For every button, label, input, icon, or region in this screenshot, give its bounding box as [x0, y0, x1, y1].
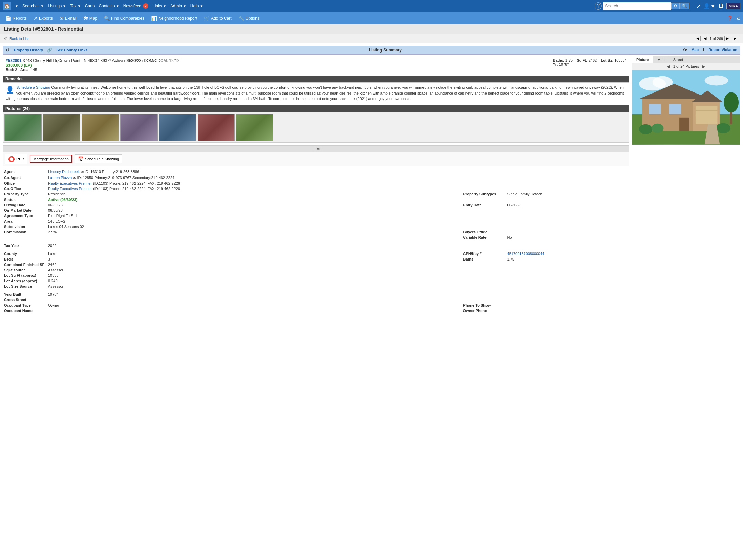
nav-carts[interactable]: Carts [85, 4, 95, 8]
property-subtypes-label-cell: Property Subtypes [462, 191, 506, 197]
tab-map[interactable]: Map [653, 56, 669, 63]
agent-name-link[interactable]: Lindsey Ditchcreek [48, 170, 80, 174]
agreement-row: Agreement Type Excl Right To Sell [3, 213, 629, 219]
find-comparables-button[interactable]: 🔍 Find Comparables [101, 15, 147, 22]
details-table: Agent Lindsey Ditchcreek ✉ ID: 16310 Pri… [3, 169, 629, 313]
pager-label: 1 of 269 [709, 37, 723, 41]
photo-nav: ◀ 1 of 24 Pictures ▶ [632, 63, 740, 70]
map-link[interactable]: Map [691, 48, 699, 53]
occupant-type-label-cell: Occupant Type [3, 303, 47, 308]
cooffice-row: Co-Office Realty Executives Premier (ID:… [3, 186, 629, 191]
email-button[interactable]: ✉ E-mail [57, 15, 79, 22]
county-value: Lake [47, 251, 462, 256]
see-county-links[interactable]: See County Links [56, 48, 87, 52]
picture-thumb-3[interactable] [82, 114, 119, 141]
agreement-label-cell: Agreement Type [3, 213, 47, 219]
print-icon[interactable]: 🖨 [736, 16, 740, 21]
county-label-cell: County [3, 251, 47, 256]
remarks-header: Remarks [3, 76, 629, 82]
nav-contacts[interactable]: Contacts▼ [99, 4, 119, 8]
home-icon[interactable]: 🏠 [3, 2, 11, 10]
back-to-list-link[interactable]: Back to List [9, 37, 29, 41]
nav-admin[interactable]: Admin▼ [170, 4, 186, 8]
links-section: Links ⭕ RPR Mortgage Information 📅 Sched… [3, 145, 629, 166]
onmarket-label-cell: On Market Date [3, 208, 47, 213]
variable-rate-value: No [506, 235, 629, 240]
user-icon[interactable]: 👤▼ [703, 3, 716, 9]
picture-thumb-5[interactable] [159, 114, 196, 141]
right-links: 🗺 Map ℹ Report Violation [683, 48, 737, 53]
exports-button[interactable]: ↗ Exports [31, 15, 56, 22]
photo-tabs: Picture Map Street [632, 56, 740, 63]
external-link-icon[interactable]: ↗ [696, 3, 701, 9]
yr-label: Yr: [553, 62, 558, 66]
schedule-showing-link-remarks[interactable]: Schedule a Showing [16, 85, 50, 89]
pager: |◀ ◀ 1 of 269 ▶ ▶| [694, 36, 739, 41]
agent-email-icon[interactable]: ✉ [81, 170, 84, 174]
nav-tax[interactable]: Tax▼ [70, 4, 81, 8]
nav-listings[interactable]: Listings▼ [48, 4, 66, 8]
reports-button[interactable]: 📄 Reports [3, 15, 29, 22]
mortgage-information-button[interactable]: Mortgage Information [30, 155, 72, 163]
svg-point-18 [716, 123, 730, 133]
pager-last-button[interactable]: ▶| [732, 36, 739, 41]
picture-thumb-2[interactable] [43, 114, 80, 141]
options-button[interactable]: 🔧 Options [236, 15, 262, 22]
map-icon-bar: 🗺 [683, 48, 687, 53]
property-history-link[interactable]: Property History [14, 48, 43, 52]
schedule-showing-button[interactable]: 📅 Schedule a Showing [75, 154, 122, 163]
cooffice-name-link[interactable]: Realty Executives Premier [48, 187, 92, 191]
dropdown-arrow-home[interactable]: ▼ [15, 4, 18, 8]
pager-first-button[interactable]: |◀ [694, 36, 701, 41]
tax-year-row: Tax Year 2022 [3, 243, 629, 248]
cooffice-value: Realty Executives Premier (ID:1103) Phon… [47, 186, 462, 191]
photo-next-button[interactable]: ▶ [702, 64, 705, 69]
picture-thumb-4[interactable] [120, 114, 158, 141]
pager-prev-button[interactable]: ◀ [702, 36, 708, 41]
listing-id-link[interactable]: #532801 [6, 58, 22, 63]
neighborhood-report-button[interactable]: 📊 Neighborhood Report [148, 15, 200, 22]
remarks-avatar: 👤 [6, 85, 14, 95]
picture-thumb-1[interactable] [4, 114, 42, 141]
search-input[interactable] [603, 2, 671, 10]
apn-link[interactable]: 451709157008000044 [507, 252, 544, 256]
tab-picture[interactable]: Picture [632, 56, 653, 63]
content-grid: #532801 3748 Cherry Hill Dr,Crown Point,… [3, 56, 740, 313]
right-icons: ↗ 👤▼ ⏻ NIRA [696, 3, 740, 9]
office-phone: Phone: 219-462-2224, FAX: 219-462-2226 [109, 181, 180, 185]
picture-thumb-6[interactable] [198, 114, 235, 141]
listing-date-label-cell: Listing Date [3, 202, 47, 208]
occupant-name-row: Occupant Name Owner Phone [3, 308, 629, 313]
year-built-value: 1978* [47, 292, 462, 297]
add-to-cart-button[interactable]: 🛒 Add to Cart [201, 15, 234, 22]
lotsz-label: Lot Sz: [601, 58, 613, 62]
listing-date-row: Listing Date 06/30/23 Entry Date 06/30/2… [3, 202, 629, 208]
nira-badge: NIRA [726, 3, 740, 9]
buyers-office-label-cell: Buyers Office [462, 229, 506, 235]
report-violation-link[interactable]: Report Violation [708, 48, 737, 53]
baths-label: Baths: [553, 58, 564, 62]
office-name-link[interactable]: Realty Executives Premier [48, 181, 92, 185]
nav-links[interactable]: Links▼ [152, 4, 166, 8]
pager-next-button[interactable]: ▶ [724, 36, 730, 41]
coagent-email-icon[interactable]: ✉ [73, 175, 76, 180]
lot-sqft-value: 10336 [47, 273, 462, 278]
picture-thumb-7[interactable] [236, 114, 273, 141]
occupant-type-value: Owner [47, 303, 462, 308]
search-icon[interactable]: 🔍 [680, 3, 689, 9]
help-icon-secondary[interactable]: ❓ [727, 16, 733, 21]
sqft-value: 2462 [589, 58, 597, 62]
power-icon[interactable]: ⏻ [718, 3, 724, 9]
pictures-section: Pictures (24) [3, 105, 629, 143]
photo-prev-button[interactable]: ◀ [667, 64, 670, 69]
tab-street[interactable]: Street [669, 56, 687, 63]
settings-icon[interactable]: ⚙ [671, 3, 680, 9]
coagent-id: ID: 12850 [77, 175, 93, 180]
map-button[interactable]: 🗺 Map [81, 15, 100, 22]
nav-searches[interactable]: Searches▼ [22, 4, 44, 8]
rpr-button[interactable]: ⭕ RPR [5, 154, 27, 164]
variable-rate-row: Variable Rate No [3, 235, 629, 240]
nav-help[interactable]: Help▼ [190, 4, 203, 8]
nav-newsfeed[interactable]: Newsfeed 2 [123, 3, 148, 9]
coagent-name-link[interactable]: Lauren Piazza [48, 175, 72, 180]
